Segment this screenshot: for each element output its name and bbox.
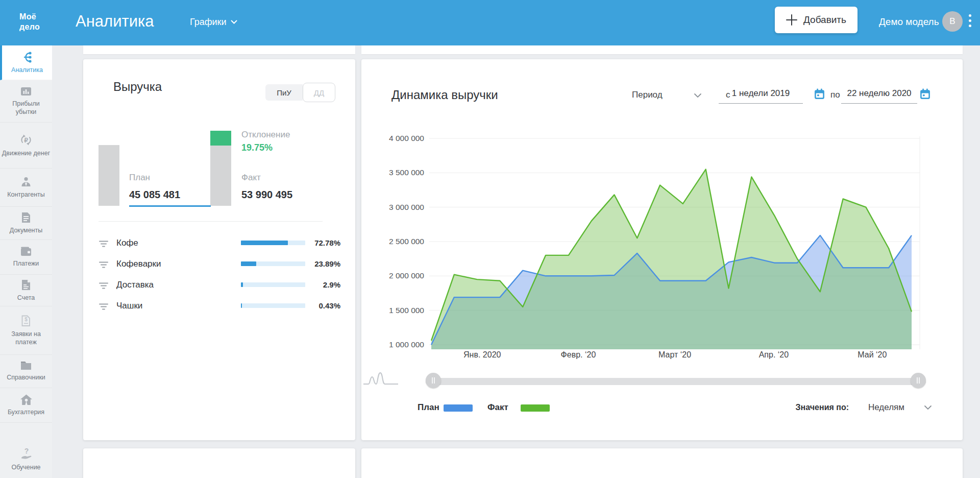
dynamics-card-title: Динамика выручки	[391, 88, 498, 102]
sidebar-item-label: Аналитика	[3, 66, 52, 75]
top-header: Моё дело Аналитика Графики Добавить Демо…	[0, 0, 980, 45]
breakdown-bar-fill	[241, 282, 243, 287]
funnel-icon	[99, 282, 109, 290]
avatar[interactable]: В	[942, 11, 963, 32]
logo-line1: Моё	[19, 12, 40, 22]
date-from-input[interactable]: 1 недели 2019	[719, 88, 803, 104]
sidebar-item-invoices[interactable]: Счета	[0, 275, 52, 306]
sidebar-item-profit-loss[interactable]: Прибыли убытки	[0, 80, 52, 123]
sidebar-item-label: Платежи	[2, 260, 51, 268]
education-icon: ?	[19, 447, 33, 461]
y-tick-label: 2 000 000	[365, 271, 424, 280]
y-tick-label: 2 500 000	[365, 237, 424, 246]
revenue-dynamics-card: Динамика выручки Период с 1 недели 2019 …	[361, 59, 963, 440]
x-tick-label: Май ‘20	[857, 350, 887, 360]
toggle-dd-button[interactable]: ДД	[303, 83, 335, 102]
account-name[interactable]: Демо модель	[879, 16, 939, 28]
fact-value: 53 990 495	[241, 189, 292, 201]
breakdown-percent: 2.9%	[277, 280, 340, 289]
date-to-value: 22 неделю 2020	[847, 88, 911, 98]
breakdown-row[interactable]: Чашки 0.43%	[83, 297, 355, 317]
breakdown-label: Кофе	[116, 238, 138, 248]
values-by-dropdown[interactable]: Неделям	[868, 402, 904, 413]
next-row-card-right	[361, 448, 963, 478]
scrolled-card-edge	[361, 45, 963, 54]
fact-label: Факт	[241, 173, 261, 183]
charts-dropdown[interactable]: Графики	[190, 17, 237, 28]
page-title: Аналитика	[76, 12, 154, 31]
breakdown-row[interactable]: Доставка 2.9%	[83, 276, 355, 296]
fact-bar-excess	[210, 131, 231, 146]
breakdown-label: Чашки	[116, 301, 142, 311]
breakdown-percent: 23.89%	[277, 259, 340, 268]
plan-label: План	[129, 173, 150, 183]
sidebar: Аналитика Прибыли убытки ₽ Движение дене…	[0, 45, 52, 478]
svg-text:$: $	[24, 317, 28, 322]
chevron-down-icon[interactable]	[694, 93, 702, 98]
sidebar-item-label: Бухгалтерия	[2, 409, 51, 417]
fact-bar	[210, 146, 231, 206]
breakdown-row[interactable]: Кофе 72.78%	[83, 234, 355, 254]
sidebar-item-payment-requests[interactable]: $ Заявки на платеж	[0, 306, 52, 355]
period-dropdown[interactable]: Период	[632, 90, 663, 100]
scrolled-card-edge	[83, 45, 355, 54]
sidebar-item-education[interactable]: ? Обучение	[0, 440, 52, 478]
profit-loss-icon	[20, 86, 32, 97]
sidebar-item-payments[interactable]: Платежи	[0, 240, 52, 275]
add-button[interactable]: Добавить	[775, 7, 857, 33]
divider	[99, 221, 323, 222]
toggle-piu-button[interactable]: ПиУ	[265, 84, 303, 101]
sidebar-item-label: Обучение	[2, 464, 51, 472]
breakdown-row[interactable]: Кофеварки 23.89%	[83, 255, 355, 275]
plan-value[interactable]: 45 085 481	[129, 189, 180, 201]
payment-request-icon: $	[20, 315, 32, 327]
deviation-label: Отклонение	[241, 130, 290, 140]
range-slider-handle-left[interactable]	[426, 373, 441, 388]
svg-text:?: ?	[24, 447, 29, 455]
breakdown-label: Доставка	[116, 280, 154, 290]
sidebar-item-label: Документы	[2, 227, 51, 235]
funnel-icon	[99, 240, 109, 248]
charts-dropdown-label: Графики	[190, 17, 227, 28]
deviation-value: 19.75%	[241, 142, 273, 153]
plan-bar	[99, 145, 119, 206]
y-tick-label: 3 500 000	[365, 168, 424, 177]
legend-fact-swatch	[521, 404, 550, 412]
sidebar-item-documents[interactable]: Документы	[0, 207, 52, 240]
directories-icon	[20, 361, 32, 371]
sidebar-item-label: Прибыли убытки	[2, 100, 51, 116]
values-by-label: Значения по:	[796, 403, 849, 412]
logo-line2: дело	[19, 22, 40, 32]
calendar-icon[interactable]	[920, 88, 930, 100]
add-button-label: Добавить	[803, 14, 846, 26]
sidebar-item-label: Заявки на платеж	[2, 330, 51, 346]
breakdown-percent: 0.43%	[277, 301, 340, 310]
sidebar-item-label: Счета	[2, 294, 51, 302]
moedelo-logo[interactable]: Моё дело	[19, 12, 40, 32]
sidebar-spacer	[0, 423, 52, 440]
sidebar-item-directories[interactable]: Справочники	[0, 355, 52, 388]
plan-input-underline	[129, 205, 211, 207]
range-slider-track[interactable]	[426, 378, 926, 385]
chevron-down-icon[interactable]	[924, 405, 932, 410]
sidebar-item-label: Контрагенты	[2, 191, 51, 199]
sidebar-item-counterparties[interactable]: Контрагенты	[0, 169, 52, 207]
kebab-menu-icon[interactable]	[969, 14, 971, 27]
next-row-card-left	[83, 448, 355, 478]
calendar-icon[interactable]	[814, 88, 825, 100]
y-tick-label: 4 000 000	[365, 134, 424, 143]
plus-icon	[786, 14, 797, 26]
sidebar-item-label: Справочники	[2, 374, 51, 382]
breakdown-label: Кофеварки	[116, 259, 161, 269]
range-slider-handle-right[interactable]	[911, 373, 926, 388]
y-tick-label: 1 500 000	[365, 306, 424, 315]
sidebar-item-accounting[interactable]: Бухгалтерия	[0, 388, 52, 423]
breakdown-bar-fill	[241, 261, 256, 266]
to-label: по	[830, 90, 840, 100]
breakdown-bar-fill	[241, 303, 242, 308]
sidebar-item-money-flow[interactable]: ₽ Движение денег	[0, 123, 52, 169]
date-to-input[interactable]: 22 неделю 2020	[841, 88, 917, 104]
payments-icon	[20, 246, 32, 257]
x-tick-label: Апр. ‘20	[759, 350, 789, 360]
sidebar-item-analytics[interactable]: Аналитика	[0, 45, 52, 80]
